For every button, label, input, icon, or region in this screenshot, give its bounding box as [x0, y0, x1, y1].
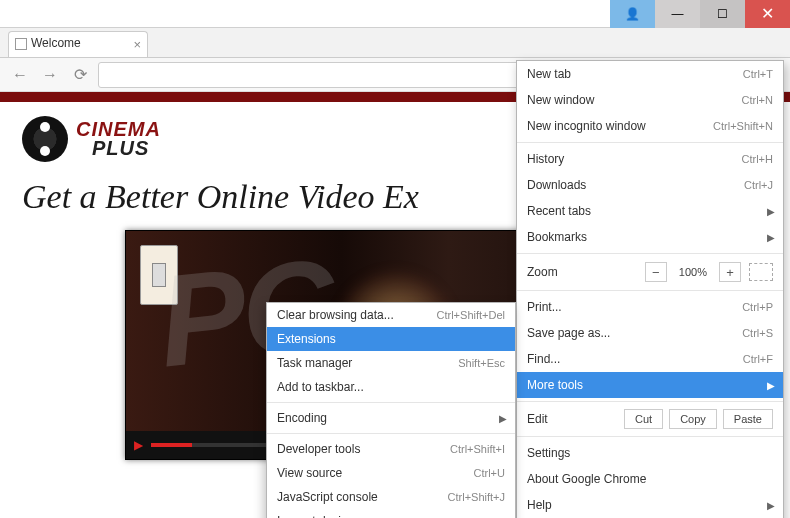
menu-separator: [267, 433, 515, 434]
submenu-inspect-devices[interactable]: Inspect devices: [267, 509, 515, 518]
chevron-right-icon: ▶: [499, 413, 507, 424]
tab-welcome[interactable]: Welcome ×: [8, 31, 148, 57]
menu-zoom: Zoom − 100% +: [517, 257, 783, 287]
tab-title: Welcome: [31, 36, 81, 50]
menu-save-as[interactable]: Save page as...Ctrl+S: [517, 320, 783, 346]
copy-button[interactable]: Copy: [669, 409, 717, 429]
forward-button[interactable]: →: [38, 63, 62, 87]
submenu-view-source[interactable]: View sourceCtrl+U: [267, 461, 515, 485]
fullscreen-icon[interactable]: [749, 263, 773, 281]
chrome-main-menu: New tabCtrl+T New windowCtrl+N New incog…: [516, 60, 784, 518]
maximize-button[interactable]: ☐: [700, 0, 745, 28]
menu-separator: [517, 142, 783, 143]
menu-new-tab[interactable]: New tabCtrl+T: [517, 61, 783, 87]
menu-history[interactable]: HistoryCtrl+H: [517, 146, 783, 172]
menu-recent-tabs[interactable]: Recent tabs▶: [517, 198, 783, 224]
zoom-out-button[interactable]: −: [645, 262, 667, 282]
cut-button[interactable]: Cut: [624, 409, 663, 429]
submenu-developer-tools[interactable]: Developer toolsCtrl+Shift+I: [267, 437, 515, 461]
menu-print[interactable]: Print...Ctrl+P: [517, 294, 783, 320]
light-switch-icon: [140, 245, 178, 305]
minimize-button[interactable]: —: [655, 0, 700, 28]
submenu-encoding[interactable]: Encoding▶: [267, 406, 515, 430]
menu-separator: [517, 436, 783, 437]
menu-incognito[interactable]: New incognito windowCtrl+Shift+N: [517, 113, 783, 139]
menu-separator: [517, 253, 783, 254]
submenu-task-manager[interactable]: Task managerShift+Esc: [267, 351, 515, 375]
menu-separator: [517, 290, 783, 291]
chevron-right-icon: ▶: [767, 232, 775, 243]
user-icon[interactable]: 👤: [610, 0, 655, 28]
menu-settings[interactable]: Settings: [517, 440, 783, 466]
menu-new-window[interactable]: New windowCtrl+N: [517, 87, 783, 113]
submenu-clear-browsing[interactable]: Clear browsing data...Ctrl+Shift+Del: [267, 303, 515, 327]
paste-button[interactable]: Paste: [723, 409, 773, 429]
menu-downloads[interactable]: DownloadsCtrl+J: [517, 172, 783, 198]
menu-help[interactable]: Help▶: [517, 492, 783, 518]
logo-text: CINEMA PLUS: [76, 118, 161, 160]
window-titlebar: 👤 — ☐ ✕: [0, 0, 790, 28]
menu-bookmarks[interactable]: Bookmarks▶: [517, 224, 783, 250]
menu-separator: [517, 401, 783, 402]
submenu-extensions[interactable]: Extensions: [267, 327, 515, 351]
zoom-in-button[interactable]: +: [719, 262, 741, 282]
submenu-add-taskbar[interactable]: Add to taskbar...: [267, 375, 515, 399]
film-reel-icon: [22, 116, 68, 162]
reload-button[interactable]: ⟳: [68, 63, 92, 87]
zoom-value: 100%: [675, 266, 711, 278]
menu-separator: [267, 402, 515, 403]
edit-label: Edit: [527, 412, 548, 426]
zoom-label: Zoom: [527, 265, 558, 279]
menu-find[interactable]: Find...Ctrl+F: [517, 346, 783, 372]
menu-more-tools[interactable]: More tools▶: [517, 372, 783, 398]
menu-about[interactable]: About Google Chrome: [517, 466, 783, 492]
chevron-right-icon: ▶: [767, 500, 775, 511]
more-tools-submenu: Clear browsing data...Ctrl+Shift+Del Ext…: [266, 302, 516, 518]
tab-bar: Welcome ×: [0, 28, 790, 58]
favicon-icon: [15, 38, 27, 50]
tab-close-icon[interactable]: ×: [133, 37, 141, 52]
back-button[interactable]: ←: [8, 63, 32, 87]
chevron-right-icon: ▶: [767, 380, 775, 391]
titlebar-controls: 👤 — ☐ ✕: [610, 0, 790, 28]
submenu-js-console[interactable]: JavaScript consoleCtrl+Shift+J: [267, 485, 515, 509]
menu-edit: Edit Cut Copy Paste: [517, 405, 783, 433]
chevron-right-icon: ▶: [767, 206, 775, 217]
close-button[interactable]: ✕: [745, 0, 790, 28]
play-icon[interactable]: ▶: [134, 438, 143, 452]
